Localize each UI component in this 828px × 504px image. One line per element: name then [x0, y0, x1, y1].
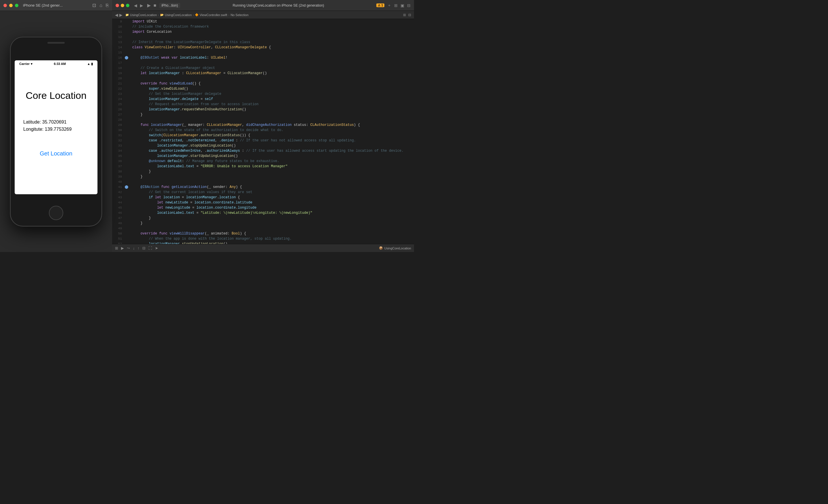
stop-button[interactable]: ■	[154, 3, 156, 8]
breakpoint-column	[124, 19, 129, 244]
breakpoint-indicator[interactable]	[124, 148, 129, 153]
breakpoint-indicator[interactable]	[124, 174, 129, 179]
breadcrumb-project[interactable]: UsingCoreLocation	[130, 13, 157, 17]
split-icon[interactable]: ⊟	[408, 13, 411, 17]
editor-minimize-button[interactable]	[121, 4, 124, 7]
breadcrumb-selection[interactable]: No Selection	[231, 13, 248, 17]
project-icon: 📦	[379, 246, 383, 250]
breakpoint-indicator[interactable]	[124, 128, 129, 133]
breakpoint-indicator[interactable]	[124, 107, 129, 112]
forward-nav-icon[interactable]: ▶	[140, 3, 143, 8]
breakpoint-indicator[interactable]	[124, 65, 129, 71]
breakpoint-indicator[interactable]	[124, 71, 129, 76]
code-line: if let location = locationManager.locati…	[132, 195, 411, 200]
breakpoint-indicator[interactable]	[124, 19, 129, 24]
breakpoint-icon[interactable]: ⛶	[148, 246, 152, 250]
grid-icon[interactable]: ⊞	[403, 13, 406, 17]
breakpoint-indicator[interactable]	[124, 97, 129, 102]
add-button[interactable]: ＋	[387, 3, 391, 8]
breakpoint-indicator[interactable]	[124, 216, 129, 221]
breakpoint-indicator[interactable]	[124, 81, 129, 86]
breakpoint-indicator[interactable]	[124, 164, 129, 169]
breakpoint-indicator[interactable]	[124, 179, 129, 184]
line-number: 50	[114, 231, 122, 236]
simulator-toolbar-icons: ⊡ ⌂ ⎘	[92, 3, 109, 8]
code-lines[interactable]: import UIKit// include the CoreLocation …	[129, 19, 414, 244]
step-out-icon[interactable]: ↑	[138, 246, 140, 250]
inspector-icon[interactable]: ⊟	[407, 3, 411, 8]
line-number: 30	[114, 128, 122, 133]
maximize-button[interactable]	[15, 4, 18, 7]
code-line: }	[132, 169, 411, 174]
line-number: 10	[114, 24, 122, 29]
breakpoint-indicator[interactable]	[124, 231, 129, 236]
breakpoint-indicator[interactable]	[124, 210, 129, 216]
editor-maximize-button[interactable]	[126, 4, 129, 7]
breakpoint-indicator[interactable]	[124, 195, 129, 200]
line-number: 12	[114, 35, 122, 40]
layout-icon[interactable]: ⊞	[394, 3, 398, 8]
step-in-icon[interactable]: ↓	[133, 246, 135, 250]
breakpoint-indicator[interactable]	[124, 45, 129, 50]
breakpoint-indicator[interactable]	[124, 60, 129, 65]
panel-icon[interactable]: ▣	[401, 3, 404, 8]
run-button[interactable]: ▶	[147, 3, 151, 8]
minimize-button[interactable]	[9, 4, 13, 7]
folder-icon: 📁	[125, 13, 129, 16]
breakpoint-indicator[interactable]	[124, 236, 129, 241]
breakpoint-indicator[interactable]	[124, 91, 129, 97]
breakpoint-indicator[interactable]	[124, 76, 129, 81]
breakpoint-indicator[interactable]	[124, 86, 129, 91]
code-line: @IBAction func getLocationAction(_ sende…	[132, 184, 411, 190]
breakpoint-indicator[interactable]	[124, 50, 129, 55]
breakpoint-indicator[interactable]	[124, 117, 129, 123]
play-icon[interactable]: ▶	[121, 246, 124, 250]
breakpoint-indicator[interactable]	[124, 138, 129, 143]
breakpoint-indicator[interactable]	[124, 123, 129, 128]
breakpoint-indicator[interactable]	[124, 221, 129, 226]
breakpoint-indicator[interactable]	[124, 241, 129, 244]
line-number: 24	[114, 97, 122, 102]
home-icon[interactable]: ⌂	[99, 3, 102, 8]
breakpoint-indicator[interactable]	[124, 24, 129, 29]
editor-close-button[interactable]	[116, 4, 119, 7]
breadcrumb-back[interactable]: ◀	[115, 13, 118, 17]
warning-badge[interactable]: ⚠ 1	[376, 3, 384, 7]
breakpoint-indicator[interactable]	[124, 112, 129, 117]
breakpoint-indicator[interactable]	[124, 169, 129, 174]
close-button[interactable]	[3, 4, 7, 7]
breakpoint-indicator[interactable]	[124, 35, 129, 40]
back-nav-icon[interactable]: ◀	[134, 3, 137, 8]
breadcrumb-nav: ◀ ▶	[115, 13, 122, 17]
code-line: let locationManager : CLLocationManager …	[132, 71, 411, 76]
breadcrumb-file[interactable]: ViewController.swift	[200, 13, 227, 17]
continue-icon[interactable]: ⊟	[142, 246, 146, 250]
breakpoint-indicator[interactable]	[124, 40, 129, 45]
breakpoint-indicator[interactable]	[124, 143, 129, 148]
breakpoint-indicator[interactable]	[124, 205, 129, 210]
location-arrow-icon[interactable]: ➤	[155, 246, 158, 250]
breakpoint-indicator[interactable]	[124, 153, 129, 158]
breakpoint-indicator[interactable]	[124, 184, 129, 190]
device-selector[interactable]: iPhо...tion)	[159, 3, 180, 8]
debug-icon[interactable]: ⊞	[115, 246, 118, 250]
breakpoint-indicator[interactable]	[124, 226, 129, 231]
breadcrumb-group[interactable]: UsingCoreLocation	[165, 13, 192, 17]
step-over-icon[interactable]: ⤳	[127, 246, 130, 250]
breakpoint-indicator[interactable]	[124, 55, 129, 60]
breakpoint-indicator[interactable]	[124, 102, 129, 107]
rotate-icon[interactable]: ⎘	[106, 3, 109, 8]
breakpoint-indicator[interactable]	[124, 29, 129, 35]
get-location-button[interactable]: Get Location	[40, 150, 72, 157]
iphone-screen: Carrier ▾ 6:33 AM ▲ ▮ Core Location Lati…	[15, 60, 97, 194]
code-editor[interactable]: 9101112131415161718192021222324252627282…	[112, 19, 414, 244]
breakpoint-indicator[interactable]	[124, 190, 129, 195]
breadcrumb-forward[interactable]: ▶	[119, 13, 122, 17]
breakpoint-indicator[interactable]	[124, 158, 129, 164]
breakpoint-indicator[interactable]	[124, 200, 129, 205]
screenshot-icon[interactable]: ⊡	[92, 3, 96, 8]
iphone-home-button[interactable]	[49, 206, 63, 220]
breakpoint-indicator[interactable]	[124, 133, 129, 138]
line-number: 19	[114, 71, 122, 76]
line-number: 44	[114, 200, 122, 205]
